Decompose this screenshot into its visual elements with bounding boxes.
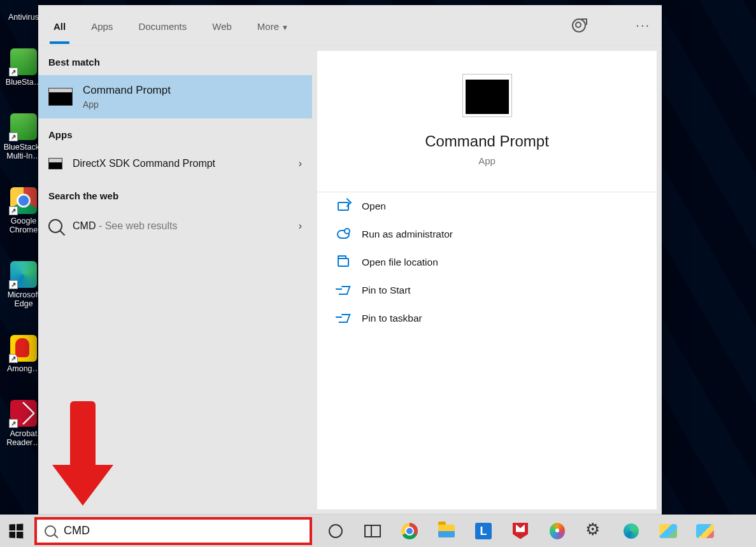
- preview-title: Command Prompt: [425, 132, 549, 150]
- start-search-panel: All Apps Documents Web More▼ ··· Best ma…: [38, 5, 662, 515]
- preview-subtitle: App: [478, 155, 496, 166]
- folder-icon: [336, 255, 350, 269]
- action-run-admin[interactable]: Run as administrator: [335, 220, 639, 248]
- action-open[interactable]: Open: [335, 192, 639, 220]
- taskbar-settings[interactable]: [585, 522, 604, 541]
- desktop-icon-chrome[interactable]: ↗ Google Chrome: [5, 187, 42, 234]
- desktop-icon-amongus[interactable]: ↗ Among…: [5, 335, 42, 373]
- action-open-file-location[interactable]: Open file location: [335, 248, 639, 276]
- taskbar-l-app[interactable]: L: [474, 522, 493, 541]
- best-match-heading: Best match: [38, 46, 312, 75]
- action-label: Pin to taskbar: [362, 313, 422, 324]
- action-label: Run as administrator: [362, 229, 453, 240]
- web-result-query: CMD: [73, 220, 96, 231]
- bluestacks-icon: [696, 524, 714, 538]
- action-label: Open file location: [362, 257, 438, 268]
- desktop-icon-label: Antivirus: [8, 13, 39, 22]
- web-result-hint: - See web results: [96, 220, 177, 231]
- search-web-heading: Search the web: [38, 180, 312, 209]
- best-match-title: Command Prompt: [83, 84, 171, 97]
- l-icon: L: [475, 523, 492, 539]
- action-pin-start[interactable]: Pin to Start: [335, 276, 639, 304]
- cmd-icon: [48, 158, 62, 169]
- search-input[interactable]: [64, 524, 302, 537]
- chevron-right-icon: ›: [299, 158, 302, 169]
- taskbar-edge[interactable]: [622, 522, 641, 541]
- paint-icon: [550, 523, 565, 539]
- search-icon: [45, 525, 56, 537]
- desktop-icon-label: Microsoft Edge: [5, 290, 42, 308]
- chevron-down-icon: ▼: [282, 24, 289, 31]
- taskbar-search-box[interactable]: [34, 517, 312, 545]
- edge-icon: [624, 523, 639, 539]
- app-result-directx-sdk[interactable]: DirectX SDK Command Prompt ›: [38, 148, 312, 180]
- desktop-icon-label: Acrobat Reader…: [5, 429, 42, 447]
- preview-app-icon: [462, 74, 512, 117]
- action-label: Pin to Start: [362, 285, 411, 296]
- desktop-icon-edge[interactable]: ↗ Microsoft Edge: [5, 261, 42, 308]
- tab-all[interactable]: All: [50, 7, 69, 43]
- open-icon: [336, 199, 350, 213]
- tab-web[interactable]: Web: [208, 7, 236, 43]
- preview-actions: Open Run as administrator Open file loca…: [317, 192, 657, 332]
- desktop-icon-label: BlueStacks Multi-In…: [4, 143, 44, 160]
- gear-icon: [587, 523, 602, 539]
- taskbar-bluestacks-1[interactable]: [659, 522, 678, 541]
- taskbar: L: [0, 515, 756, 547]
- cortana-button[interactable]: [326, 522, 345, 541]
- web-result[interactable]: CMD - See web results ›: [38, 209, 312, 243]
- desktop-icon-acrobat[interactable]: ↗ Acrobat Reader…: [5, 400, 42, 447]
- desktop-icon-label: BlueSta…: [6, 78, 41, 87]
- mcafee-icon: [513, 523, 528, 539]
- results-column: Best match Command Prompt App Apps Direc…: [38, 46, 312, 515]
- desktop-icon-bluestacks-multi[interactable]: ↗ BlueStacks Multi-In…: [5, 113, 42, 160]
- desktop-icon-label: Among…: [7, 364, 40, 373]
- taskbar-chrome[interactable]: [400, 522, 419, 541]
- desktop-icons-column: Antivirus ↗ BlueSta… ↗ BlueStacks Multi-…: [5, 0, 42, 447]
- task-view-icon: [364, 525, 381, 537]
- chevron-right-icon: ›: [299, 220, 302, 232]
- options-button[interactable]: ···: [636, 18, 650, 32]
- desktop-icon-bluestacks[interactable]: ↗ BlueSta…: [5, 48, 42, 87]
- app-result-title: DirectX SDK Command Prompt: [73, 158, 289, 169]
- shield-icon: [336, 227, 350, 241]
- action-label: Open: [362, 201, 386, 212]
- taskbar-apps: L: [312, 522, 756, 541]
- tab-apps[interactable]: Apps: [87, 7, 117, 43]
- desktop-icon-antivirus[interactable]: Antivirus: [5, 0, 42, 22]
- feedback-button[interactable]: [572, 18, 586, 32]
- taskbar-mcafee[interactable]: [511, 522, 530, 541]
- chrome-icon: [401, 523, 418, 539]
- feedback-icon: [572, 18, 586, 32]
- search-filter-tabs: All Apps Documents Web More▼ ···: [38, 5, 662, 46]
- taskbar-bluestacks-2[interactable]: [695, 522, 715, 541]
- taskbar-explorer[interactable]: [437, 522, 456, 541]
- tab-more[interactable]: More▼: [253, 7, 292, 43]
- pin-icon: [336, 311, 350, 325]
- best-match-subtitle: App: [83, 99, 171, 110]
- circle-icon: [329, 524, 343, 538]
- task-view-button[interactable]: [363, 522, 382, 541]
- bluestacks-icon: [659, 524, 677, 538]
- file-explorer-icon: [438, 525, 455, 537]
- preview-column: Command Prompt App Open Run as administr…: [312, 46, 662, 515]
- tab-more-label: More: [257, 21, 279, 32]
- desktop-icon-label: Google Chrome: [5, 217, 42, 234]
- action-pin-taskbar[interactable]: Pin to taskbar: [335, 304, 639, 332]
- start-button[interactable]: [0, 515, 32, 547]
- windows-logo-icon: [10, 523, 24, 538]
- pin-icon: [336, 283, 350, 297]
- best-match-result[interactable]: Command Prompt App: [38, 75, 312, 118]
- tab-documents[interactable]: Documents: [134, 7, 190, 43]
- search-icon: [48, 219, 62, 233]
- cmd-icon: [48, 88, 73, 106]
- apps-heading: Apps: [38, 118, 312, 148]
- taskbar-paint[interactable]: [548, 522, 567, 541]
